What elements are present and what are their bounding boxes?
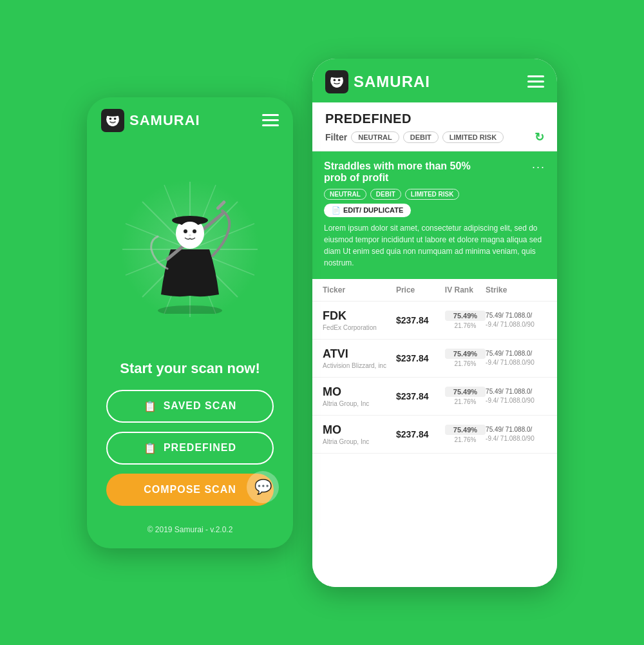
ticker-cell-fdk: FDK FedEx Corporation bbox=[323, 309, 396, 331]
samurai-character bbox=[132, 185, 248, 314]
price-cell-mo2: $237.84 bbox=[396, 429, 445, 439]
strike-cell-mo2: 75.49/ 71.088.0/ -9.4/ 71.088.0/90 bbox=[486, 425, 547, 443]
strike-sub: -9.4/ 71.088.0/90 bbox=[486, 434, 547, 443]
strategy-card: Straddles with more than 50% prob of pro… bbox=[312, 151, 557, 279]
card-header: Straddles with more than 50% prob of pro… bbox=[324, 160, 545, 184]
svg-point-5 bbox=[114, 117, 117, 120]
iv-cell-atvi: 75.49% 21.76% bbox=[445, 349, 486, 367]
company-name: Activision Blizzard, inc bbox=[323, 362, 396, 369]
svg-rect-24 bbox=[216, 200, 226, 210]
svg-point-28 bbox=[178, 222, 202, 245]
iv-cell-mo2: 75.49% 21.76% bbox=[445, 425, 486, 443]
iv-sub: 21.76% bbox=[445, 360, 486, 367]
svg-point-29 bbox=[184, 229, 187, 233]
iv-badge: 75.49% bbox=[445, 425, 486, 435]
refresh-icon[interactable]: ↻ bbox=[535, 130, 544, 144]
iv-cell-mo1: 75.49% 21.76% bbox=[445, 387, 486, 405]
chat-icon: 💬 bbox=[254, 479, 272, 496]
svg-point-22 bbox=[158, 305, 222, 314]
table-row[interactable]: MO Altria Group, Inc $237.84 75.49% 21.7… bbox=[312, 416, 557, 454]
samurai-logo-icon-right bbox=[325, 70, 348, 93]
iv-cell-fdk: 75.49% 21.76% bbox=[445, 311, 486, 329]
card-tags-row: NEUTRAL DEBIT LIMITED RISK 📄 EDIT/ DUPLI… bbox=[324, 189, 545, 217]
col-ticker: Ticker bbox=[323, 285, 396, 294]
table-row[interactable]: FDK FedEx Corporation $237.84 75.49% 21.… bbox=[312, 302, 557, 340]
svg-rect-35 bbox=[334, 73, 341, 76]
logo-right: SAMURAI bbox=[325, 70, 430, 93]
ticker-symbol: MO bbox=[323, 423, 396, 437]
predefined-button[interactable]: 📋 PREDEFINED bbox=[106, 432, 274, 465]
ticker-symbol: ATVI bbox=[323, 347, 396, 361]
left-phone: SAMURAI bbox=[87, 97, 293, 548]
card-options-icon[interactable]: ··· bbox=[532, 160, 545, 174]
card-tag-limited-risk: LIMITED RISK bbox=[405, 189, 460, 200]
ticker-symbol: FDK bbox=[323, 309, 396, 323]
company-name: Altria Group, Inc bbox=[323, 400, 396, 407]
edit-label: EDIT/ DUPLICATE bbox=[343, 206, 403, 214]
logo-text-right: SAMURAI bbox=[354, 73, 430, 91]
strike-main: 75.49/ 71.088.0/ bbox=[486, 425, 547, 434]
chat-fab-button[interactable]: 💬 bbox=[247, 471, 279, 503]
logo-text-left: SAMURAI bbox=[129, 112, 200, 129]
edit-icon: 📄 bbox=[332, 206, 341, 215]
col-strike: Strike bbox=[486, 285, 547, 294]
svg-point-31 bbox=[189, 234, 191, 236]
col-iv-rank: IV Rank bbox=[445, 285, 486, 294]
logo-left: SAMURAI bbox=[101, 109, 200, 132]
saved-scan-icon: 📋 bbox=[144, 400, 157, 412]
price-cell-mo1: $237.84 bbox=[396, 391, 445, 401]
right-phone: SAMURAI PREDEFINED Filter NEUTRAL DEBIT … bbox=[312, 59, 557, 587]
compose-scan-label: COMPOSE SCAN bbox=[144, 484, 236, 496]
filter-tag-neutral[interactable]: NEUTRAL bbox=[351, 131, 399, 143]
saved-scan-label: SAVED SCAN bbox=[164, 400, 237, 412]
iv-sub: 21.76% bbox=[445, 322, 486, 329]
table-header-row: Ticker Price IV Rank Strike bbox=[312, 279, 557, 302]
strike-main: 75.49/ 71.088.0/ bbox=[486, 311, 547, 320]
filter-tag-debit[interactable]: DEBIT bbox=[403, 131, 439, 143]
card-tag-neutral: NEUTRAL bbox=[324, 189, 366, 200]
svg-point-4 bbox=[109, 117, 112, 120]
table-row[interactable]: MO Altria Group, Inc $237.84 75.49% 21.7… bbox=[312, 378, 557, 416]
tagline: Start your scan now! bbox=[87, 354, 293, 390]
ticker-cell-atvi: ATVI Activision Blizzard, inc bbox=[323, 347, 396, 369]
predefined-section: PREDEFINED Filter NEUTRAL DEBIT LIMITED … bbox=[312, 102, 557, 151]
samurai-illustration bbox=[87, 139, 293, 354]
results-table: Ticker Price IV Rank Strike FDK FedEx Co… bbox=[312, 279, 557, 587]
iv-sub: 21.76% bbox=[445, 436, 486, 443]
card-description: Lorem ipsum dolor sit amet, consectetur … bbox=[324, 222, 545, 269]
iv-badge: 75.49% bbox=[445, 349, 486, 359]
ticker-cell-mo1: MO Altria Group, Inc bbox=[323, 385, 396, 407]
filter-row: Filter NEUTRAL DEBIT LIMITED RISK ↻ bbox=[325, 130, 544, 144]
iv-badge: 75.49% bbox=[445, 311, 486, 321]
svg-point-36 bbox=[334, 79, 336, 81]
saved-scan-button[interactable]: 📋 SAVED SCAN bbox=[106, 390, 274, 423]
svg-point-37 bbox=[338, 79, 341, 81]
card-tag-debit: DEBIT bbox=[370, 189, 401, 200]
price-cell-atvi: $237.84 bbox=[396, 353, 445, 363]
edit-duplicate-button[interactable]: 📄 EDIT/ DUPLICATE bbox=[324, 204, 411, 217]
predefined-icon: 📋 bbox=[144, 442, 157, 454]
footer-copyright: © 2019 Samurai - v.2.0.2 bbox=[87, 519, 293, 548]
filter-tag-limited-risk[interactable]: LIMITED RISK bbox=[442, 131, 504, 143]
company-name: Altria Group, Inc bbox=[323, 438, 396, 445]
hamburger-menu-left[interactable] bbox=[262, 114, 279, 126]
strike-main: 75.49/ 71.088.0/ bbox=[486, 349, 547, 358]
ticker-cell-mo2: MO Altria Group, Inc bbox=[323, 423, 396, 445]
iv-badge: 75.49% bbox=[445, 387, 486, 397]
strike-sub: -9.4/ 71.088.0/90 bbox=[486, 320, 547, 329]
svg-point-30 bbox=[193, 229, 196, 233]
samurai-logo-icon bbox=[101, 109, 124, 132]
col-price: Price bbox=[396, 285, 445, 294]
strike-cell-fdk: 75.49/ 71.088.0/ -9.4/ 71.088.0/90 bbox=[486, 311, 547, 329]
iv-sub: 21.76% bbox=[445, 398, 486, 405]
price-cell-fdk: $237.84 bbox=[396, 315, 445, 325]
left-header: SAMURAI bbox=[87, 97, 293, 139]
strike-main: 75.49/ 71.088.0/ bbox=[486, 387, 547, 396]
strike-cell-atvi: 75.49/ 71.088.0/ -9.4/ 71.088.0/90 bbox=[486, 349, 547, 367]
hamburger-menu-right[interactable] bbox=[527, 75, 544, 88]
company-name: FedEx Corporation bbox=[323, 324, 396, 331]
section-title: PREDEFINED bbox=[325, 111, 544, 126]
ticker-symbol: MO bbox=[323, 385, 396, 399]
svg-rect-3 bbox=[109, 111, 117, 115]
table-row[interactable]: ATVI Activision Blizzard, inc $237.84 75… bbox=[312, 340, 557, 378]
